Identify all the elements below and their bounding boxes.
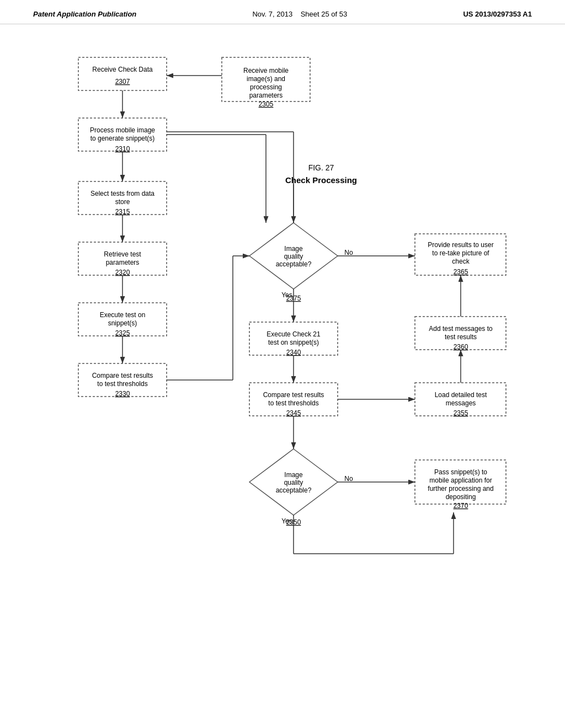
- node-2315-text2: store: [115, 198, 130, 206]
- node-2325-text: Execute test on: [100, 311, 146, 319]
- node-2350-text: Image: [284, 471, 303, 479]
- node-2305-text3: processing: [250, 83, 282, 91]
- node-2345-text2: to test thresholds: [268, 399, 318, 407]
- header-date-sheet: Nov. 7, 2013 Sheet 25 of 53: [252, 10, 347, 18]
- page-header: Patent Application Publication Nov. 7, 2…: [0, 0, 565, 24]
- node-2305-text2: image(s) and: [247, 75, 285, 83]
- node-2345-text: Compare test results: [263, 391, 324, 399]
- node-2360-text2: test results: [445, 333, 477, 341]
- node-2365-id: 2365: [454, 268, 468, 276]
- node-2350-text2: quality: [284, 479, 303, 486]
- flowchart-svg: FIG. 27 Check Processing Receive mobile …: [33, 41, 532, 675]
- node-2315-text: Select tests from data: [90, 190, 154, 197]
- no-label-2375: No: [344, 249, 353, 256]
- node-2355-id: 2355: [454, 409, 468, 417]
- node-2305-text4: parameters: [249, 92, 283, 99]
- node-2375-text: Image: [284, 245, 303, 253]
- no-label-2350: No: [344, 475, 353, 483]
- header-patent-number: US 2013/0297353 A1: [463, 10, 532, 18]
- node-2305-id: 2305: [259, 100, 274, 108]
- node-2330-id: 2330: [115, 390, 130, 398]
- node-2365-text3: check: [452, 258, 470, 265]
- node-2355-text: Load detailed test: [435, 391, 487, 399]
- node-2375-text2: quality: [284, 253, 303, 260]
- yes-label-2375: Yes: [281, 291, 292, 299]
- node-2325-text2: snippet(s): [108, 319, 137, 327]
- node-2375-text3: acceptable?: [276, 260, 312, 268]
- node-2320-text: Retrieve test: [104, 250, 141, 258]
- node-2370-text4: depositing: [446, 493, 476, 501]
- node-2365-text: Provide results to user: [428, 241, 493, 249]
- node-2340-text2: test on snippet(s): [268, 339, 319, 346]
- fig-title: Check Processing: [285, 175, 357, 185]
- node-2365-text2: to re-take picture of: [432, 249, 489, 257]
- node-2360-text: Add test messages to: [429, 325, 493, 333]
- node-2307-id: 2307: [115, 78, 130, 85]
- page: Patent Application Publication Nov. 7, 2…: [0, 0, 565, 728]
- node-2370-id: 2370: [454, 502, 468, 510]
- node-2310-text2: to generate snippet(s): [90, 135, 155, 142]
- node-2355-text2: messages: [446, 399, 476, 407]
- node-2370-text2: mobile application for: [429, 477, 492, 484]
- node-2340-text: Execute Check 21: [266, 330, 321, 338]
- node-2310-text: Process mobile image: [90, 126, 155, 134]
- node-2370-text3: further processing and: [428, 485, 493, 493]
- node-2307-text: Receive Check Data: [92, 66, 153, 73]
- node-2330-text: Compare test results: [92, 372, 153, 379]
- node-2320-text2: parameters: [106, 259, 140, 266]
- node-2350-text3: acceptable?: [276, 486, 312, 494]
- diagram-area: FIG. 27 Check Processing Receive mobile …: [0, 24, 565, 694]
- node-2305-text: Receive mobile: [243, 67, 289, 74]
- node-2370-text: Pass snippet(s) to: [434, 468, 487, 476]
- header-publication-type: Patent Application Publication: [33, 10, 136, 18]
- yes-label-2350: Yes: [281, 517, 292, 525]
- node-2330-text2: to test thresholds: [97, 380, 147, 388]
- fig-number: FIG. 27: [308, 163, 334, 172]
